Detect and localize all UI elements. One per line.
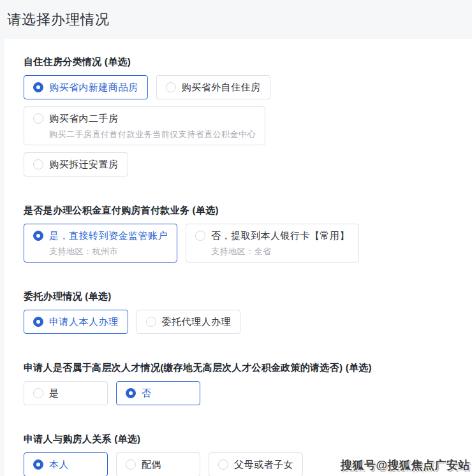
radio-unselected-icon [33,159,43,169]
watermark: 搜狐号@搜狐焦点广安站 [341,458,470,473]
radio-option[interactable]: 父母或者子女 [209,452,303,476]
option-text: 是，直接转到资金监管账户支持地区：杭州市 [49,230,168,256]
page-header: 请选择办理情况 [0,0,472,39]
option-label: 申请人本人办理 [49,316,119,327]
radio-option[interactable]: 购买省内二手房购买二手房直付首付款业务当前仅支持省直公积金中心 [24,106,265,145]
option-label: 委托代理人办理 [162,316,232,327]
option-label: 购买省内二手房 [49,113,119,124]
option-text: 父母或者子女 [234,459,293,470]
option-text: 否 [142,387,152,399]
radio-unselected-icon [166,82,176,92]
option-text: 委托代理人办理 [162,316,232,328]
radio-unselected-icon [33,113,43,124]
option-label: 本人 [49,459,69,470]
option-label: 配偶 [142,459,161,470]
option-text: 购买省内新建商品房 [49,82,138,93]
option-label: 否，提取到本人银行卡【常用】 [211,230,350,241]
option-label: 否 [142,387,152,398]
section-label: 申请人是否属于高层次人才情况(缴存地无高层次人才公积金政策的请选否) (单选) [24,362,459,374]
form-card: 自住住房分类情况 (单选)购买省内新建商品房购买省外自住住房购买省内二手房购买二… [4,39,472,476]
page-title: 请选择办理情况 [7,10,110,29]
option-label: 购买拆迁安置房 [49,159,119,169]
form-section: 申请人是否属于高层次人才情况(缴存地无高层次人才公积金政策的请选否) (单选)是… [24,362,459,405]
radio-option[interactable]: 购买省外自住住房 [156,75,270,99]
option-text: 购买拆迁安置房 [49,159,119,170]
option-label: 购买省内新建商品房 [49,82,138,92]
radio-selected-icon [126,388,136,398]
section-label: 申请人与购房人关系 (单选) [24,433,459,445]
option-label: 父母或者子女 [234,459,293,470]
option-text: 购买省内二手房购买二手房直付首付款业务当前仅支持省直公积金中心 [49,113,256,139]
radio-option[interactable]: 是，直接转到资金监管账户支持地区：杭州市 [24,224,177,263]
form-section: 委托办理情况 (单选)申请人本人办理委托代理人办理 [24,291,459,334]
radio-unselected-icon [195,231,205,241]
option-text: 本人 [49,459,69,470]
radio-selected-icon [33,317,43,327]
section-label: 委托办理情况 (单选) [24,291,459,303]
radio-selected-icon [33,82,43,92]
options-row: 申请人本人办理委托代理人办理 [24,310,459,334]
options-row: 是，直接转到资金监管账户支持地区：杭州市否，提取到本人银行卡【常用】支持地区：全… [24,224,459,263]
radio-option[interactable]: 委托代理人办理 [136,310,241,334]
option-text: 否，提取到本人银行卡【常用】支持地区：全省 [211,230,350,256]
option-label: 是，直接转到资金监管账户 [49,230,168,241]
option-subtext: 购买二手房直付首付款业务当前仅支持省直公积金中心 [49,129,256,139]
option-label: 是 [49,387,59,398]
section-label: 自住住房分类情况 (单选) [24,56,459,68]
radio-option[interactable]: 否 [116,381,200,405]
radio-option[interactable]: 本人 [24,452,108,476]
form-sections: 自住住房分类情况 (单选)购买省内新建商品房购买省外自住住房购买省内二手房购买二… [24,56,459,476]
option-text: 购买省外自住住房 [182,82,261,93]
radio-option[interactable]: 配偶 [116,452,200,476]
radio-option[interactable]: 是 [24,381,108,405]
option-label: 购买省外自住住房 [182,82,261,92]
options-row: 是否 [24,381,459,405]
radio-selected-icon [33,231,43,241]
radio-option[interactable]: 购买拆迁安置房 [24,152,128,177]
option-text: 配偶 [142,459,161,470]
radio-unselected-icon [126,459,136,470]
radio-option[interactable]: 否，提取到本人银行卡【常用】支持地区：全省 [186,224,359,263]
option-text: 申请人本人办理 [49,316,119,328]
option-text: 是 [49,387,59,399]
radio-unselected-icon [146,317,156,327]
section-label: 是否是办理公积金直付购房首付款业务 (单选) [24,205,459,217]
radio-option[interactable]: 购买省内新建商品房 [24,75,148,99]
options-row: 购买省内新建商品房购买省外自住住房 [24,75,459,99]
options-row: 购买拆迁安置房 [24,152,459,177]
form-section: 是否是办理公积金直付购房首付款业务 (单选)是，直接转到资金监管账户支持地区：杭… [24,205,459,263]
option-subtext: 支持地区：杭州市 [49,247,168,256]
option-subtext: 支持地区：全省 [211,247,350,256]
radio-option[interactable]: 申请人本人办理 [24,310,128,334]
radio-unselected-icon [218,459,228,470]
form-section: 自住住房分类情况 (单选)购买省内新建商品房购买省外自住住房购买省内二手房购买二… [24,56,459,177]
radio-unselected-icon [33,388,43,398]
options-row: 购买省内二手房购买二手房直付首付款业务当前仅支持省直公积金中心 [24,106,459,145]
radio-selected-icon [33,459,43,470]
